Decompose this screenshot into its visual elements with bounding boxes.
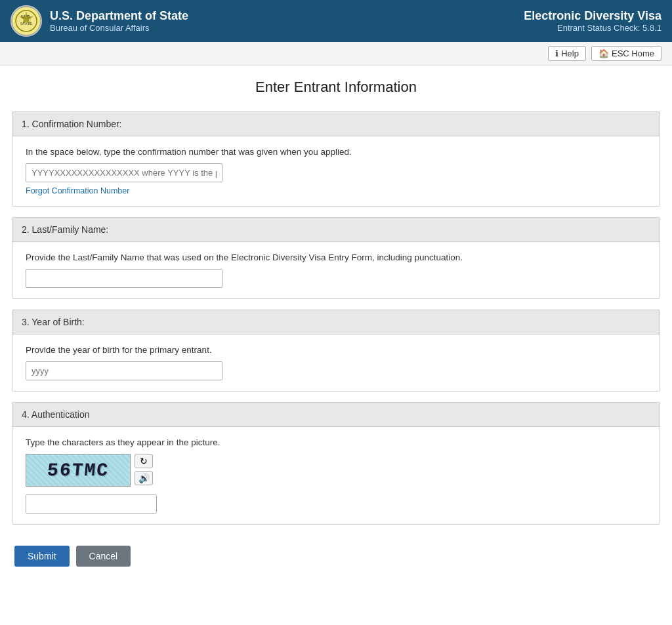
captcha-controls: ↻ 🔊 bbox=[135, 454, 153, 485]
home-icon: 🏠 bbox=[598, 49, 609, 58]
year-of-birth-description: Provide the year of birth for the primar… bbox=[26, 345, 646, 355]
year-of-birth-input[interactable] bbox=[26, 361, 222, 380]
authentication-section: 4. Authentication Type the characters as… bbox=[12, 402, 660, 525]
confirmation-section: 1. Confirmation Number: In the space bel… bbox=[12, 111, 660, 207]
header-right: Electronic Diversity Visa Entrant Status… bbox=[524, 9, 662, 33]
forgot-confirmation-link[interactable]: Forgot Confirmation Number bbox=[26, 186, 129, 195]
cancel-button[interactable]: Cancel bbox=[76, 546, 131, 567]
year-of-birth-section-header: 3. Year of Birth: bbox=[12, 310, 660, 334]
refresh-icon: ↻ bbox=[140, 456, 148, 466]
bureau-name: Bureau of Consular Affairs bbox=[50, 23, 188, 33]
svg-text:STATE: STATE bbox=[20, 22, 32, 26]
authentication-description: Type the characters as they appear in th… bbox=[26, 437, 646, 447]
year-of-birth-section: 3. Year of Birth: Provide the year of bi… bbox=[12, 310, 660, 392]
confirmation-description: In the space below, type the confirmatio… bbox=[26, 147, 646, 157]
captcha-container: 56TMC ↻ 🔊 bbox=[26, 454, 646, 487]
help-button[interactable]: ℹ Help bbox=[548, 46, 586, 61]
submit-button[interactable]: Submit bbox=[14, 546, 70, 567]
confirmation-input[interactable] bbox=[26, 163, 222, 182]
submit-area: Submit Cancel bbox=[12, 535, 660, 577]
last-name-input[interactable] bbox=[26, 269, 222, 288]
last-name-section-body: Provide the Last/Family Name that was us… bbox=[12, 242, 660, 298]
navbar: ℹ Help 🏠 ESC Home bbox=[0, 42, 672, 66]
program-title: Electronic Diversity Visa bbox=[524, 9, 662, 23]
confirmation-section-header: 1. Confirmation Number: bbox=[12, 112, 660, 136]
year-of-birth-section-body: Provide the year of birth for the primar… bbox=[12, 334, 660, 391]
help-label: Help bbox=[561, 49, 579, 58]
confirmation-section-body: In the space below, type the confirmatio… bbox=[12, 136, 660, 206]
home-label: ESC Home bbox=[612, 49, 654, 58]
main-content: Enter Entrant Information 1. Confirmatio… bbox=[1, 66, 671, 590]
agency-name: U.S. Department of State bbox=[50, 9, 188, 23]
agency-seal: U.S. STATE bbox=[10, 5, 42, 37]
authentication-section-header: 4. Authentication bbox=[12, 403, 660, 427]
program-subtitle: Entrant Status Check: 5.8.1 bbox=[524, 23, 662, 33]
captcha-image: 56TMC bbox=[26, 454, 131, 487]
header-left: U.S. STATE U.S. Department of State Bure… bbox=[10, 5, 188, 37]
captcha-text: 56TMC bbox=[47, 460, 110, 481]
last-name-description: Provide the Last/Family Name that was us… bbox=[26, 252, 646, 262]
home-button[interactable]: 🏠 ESC Home bbox=[591, 46, 662, 61]
authentication-section-body: Type the characters as they appear in th… bbox=[12, 427, 660, 524]
captcha-refresh-button[interactable]: ↻ bbox=[135, 454, 153, 468]
page-title: Enter Entrant Information bbox=[12, 79, 660, 96]
captcha-input[interactable] bbox=[26, 494, 157, 514]
captcha-audio-button[interactable]: 🔊 bbox=[135, 471, 153, 485]
header-agency-info: U.S. Department of State Bureau of Consu… bbox=[50, 9, 188, 33]
last-name-section: 2. Last/Family Name: Provide the Last/Fa… bbox=[12, 217, 660, 299]
page-header: U.S. STATE U.S. Department of State Bure… bbox=[0, 0, 672, 42]
last-name-section-header: 2. Last/Family Name: bbox=[12, 218, 660, 242]
audio-icon: 🔊 bbox=[138, 473, 150, 483]
help-icon: ℹ bbox=[555, 49, 558, 58]
